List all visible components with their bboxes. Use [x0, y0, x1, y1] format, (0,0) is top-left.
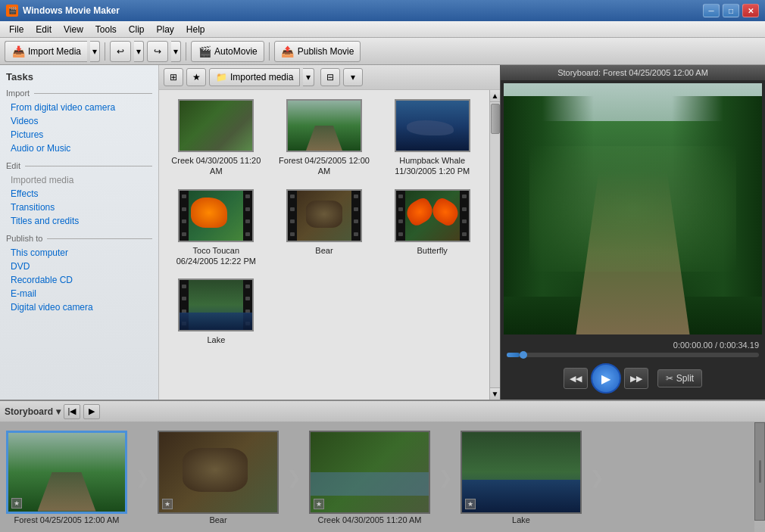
task-this-computer[interactable]: This computer	[6, 246, 152, 260]
media-item-creek[interactable]: Creek 04/30/2005 11:20 AM	[165, 96, 267, 180]
task-effects[interactable]: Effects	[6, 187, 152, 201]
view-options-button[interactable]: ⊟	[320, 68, 340, 86]
menu-tools[interactable]: Tools	[89, 23, 123, 36]
main-container: Tasks Import From digital video camera V…	[0, 65, 765, 400]
maximize-button[interactable]: □	[723, 4, 739, 17]
task-videos[interactable]: Videos	[6, 114, 152, 128]
content-area: ⊞ ★ 📁 Imported media ▾ ⊟ ▾ Creek 04/30/2…	[159, 65, 500, 400]
folder-dropdown-arrow[interactable]: ▾	[303, 68, 314, 86]
publish-section-label: Publish to	[6, 234, 42, 243]
media-item-toucan[interactable]: Toco Toucan06/24/2005 12:22 PM	[165, 186, 267, 270]
media-item-forest[interactable]: Forest 04/25/2005 12:00AM	[273, 96, 376, 180]
menu-edit[interactable]: Edit	[30, 23, 58, 36]
import-dropdown-arrow[interactable]: ▾	[90, 41, 100, 62]
publish-movie-button[interactable]: 📤 Publish Movie	[274, 41, 361, 62]
publish-section-header: Publish to	[6, 234, 152, 243]
film-strip-left-toucan	[180, 191, 189, 241]
storyboard-item-lake[interactable]: ★ Lake	[461, 431, 582, 524]
media-thumb-creek	[178, 99, 254, 152]
app-title: Windows Movie Maker	[23, 5, 703, 16]
app-icon: 🎬	[6, 5, 18, 17]
task-imported-media: Imported media	[6, 173, 152, 187]
sb-star-creek: ★	[314, 499, 324, 509]
redo-icon: ↪	[154, 46, 161, 57]
automovie-label: AutoMovie	[214, 46, 258, 57]
storyboard-toolbar: Storyboard ▾ |◀ ▶	[0, 401, 765, 422]
rewind-button[interactable]: ◀◀	[564, 368, 588, 389]
fast-forward-button[interactable]: ▶▶	[624, 368, 648, 389]
preview-screen	[504, 83, 762, 334]
media-thumb-butterfly	[395, 189, 470, 242]
storyboard-label[interactable]: Storyboard ▾	[5, 406, 61, 417]
grid-view-button[interactable]: ⊞	[164, 68, 183, 86]
split-button[interactable]: ✂ Split	[657, 369, 702, 387]
handle-grip	[759, 460, 761, 483]
menu-view[interactable]: View	[58, 23, 89, 36]
storyboard-item-creek[interactable]: ★ Creek 04/30/2005 11:20 AM	[309, 431, 430, 524]
redo-dropdown[interactable]: ▾	[171, 41, 181, 62]
task-email[interactable]: E-mail	[6, 287, 152, 300]
media-item-bear[interactable]: Bear	[273, 186, 376, 270]
media-scrollbar[interactable]: ▲ ▼	[489, 90, 500, 400]
view-dropdown-arrow[interactable]: ▾	[343, 68, 363, 86]
redo-button[interactable]: ↪	[147, 41, 168, 62]
publish-label: Publish Movie	[298, 46, 354, 57]
sb-label-lake: Lake	[512, 515, 530, 524]
playback-controls: ◀◀ ▶ ▶▶ ✂ Split	[507, 363, 759, 394]
storyboard-item-forest[interactable]: ★ Forest 04/25/2005 12:00 AM	[6, 431, 127, 524]
automovie-button[interactable]: 🎬 AutoMovie	[191, 41, 264, 62]
task-pictures[interactable]: Pictures	[6, 128, 152, 142]
task-dvd[interactable]: DVD	[6, 260, 152, 273]
scroll-up-button[interactable]: ▲	[490, 90, 500, 102]
folder-selector-button[interactable]: 📁 Imported media	[209, 68, 300, 86]
sb-thumb-creek: ★	[309, 431, 430, 514]
menu-clip[interactable]: Clip	[123, 23, 151, 36]
menu-play[interactable]: Play	[151, 23, 180, 36]
import-section-line	[34, 93, 152, 94]
minimize-button[interactable]: ─	[703, 4, 720, 17]
storyboard-item-bear[interactable]: ★ Bear	[158, 431, 279, 524]
content-toolbar: ⊞ ★ 📁 Imported media ▾ ⊟ ▾	[159, 65, 500, 90]
publish-icon: 📤	[281, 45, 295, 58]
media-thumb-toucan	[178, 189, 254, 242]
task-recordable-cd[interactable]: Recordable CD	[6, 273, 152, 287]
menu-file[interactable]: File	[3, 23, 30, 36]
undo-button[interactable]: ↩	[110, 41, 131, 62]
sb-label-forest: Forest 04/25/2005 12:00 AM	[14, 515, 120, 524]
sb-thumb-lake: ★	[461, 431, 582, 514]
automovie-icon: 🎬	[198, 45, 211, 58]
import-media-button[interactable]: 📥 Import Media	[5, 41, 87, 62]
preview-panel: Storyboard: Forest 04/25/2005 12:00 AM 0…	[500, 65, 765, 400]
task-digital-camera[interactable]: Digital video camera	[6, 300, 152, 314]
media-item-lake[interactable]: Lake	[165, 275, 267, 348]
close-button[interactable]: ✕	[742, 4, 759, 17]
seek-fill	[507, 353, 520, 357]
task-titles[interactable]: Titles and credits	[6, 214, 152, 228]
film-strip-right-butterfly	[460, 191, 469, 241]
separator-2	[186, 42, 186, 61]
film-strip-left-bear	[288, 191, 297, 241]
split-label: Split	[676, 373, 694, 384]
media-label-bear: Bear	[315, 245, 333, 256]
task-audio[interactable]: Audio or Music	[6, 142, 152, 155]
sb-thumb-forest: ★	[6, 431, 127, 514]
storyboard-play-button[interactable]: ▶	[83, 404, 100, 419]
seek-thumb[interactable]	[520, 351, 527, 359]
task-digital-video[interactable]: From digital video camera	[6, 101, 152, 114]
media-item-butterfly[interactable]: Butterfly	[381, 186, 483, 270]
menu-help[interactable]: Help	[180, 23, 211, 36]
sb-thumb-bear: ★	[158, 431, 279, 514]
seek-bar[interactable]	[507, 353, 759, 357]
preview-title: Storyboard: Forest 04/25/2005 12:00 AM	[501, 65, 765, 80]
storyboard-prev-button[interactable]: |◀	[64, 404, 80, 419]
storyboard-arrow-3: ❯	[430, 462, 461, 493]
task-transitions[interactable]: Transitions	[6, 201, 152, 214]
media-item-whale[interactable]: Humpback Whale11/30/2005 1:20 PM	[381, 96, 483, 180]
undo-dropdown[interactable]: ▾	[134, 41, 144, 62]
play-button[interactable]: ▶	[591, 363, 621, 394]
star-filter-button[interactable]: ★	[186, 68, 206, 86]
media-thumb-forest	[286, 99, 362, 152]
scroll-down-button[interactable]: ▼	[490, 387, 500, 400]
separator-1	[105, 42, 105, 61]
scroll-thumb[interactable]	[491, 104, 500, 134]
